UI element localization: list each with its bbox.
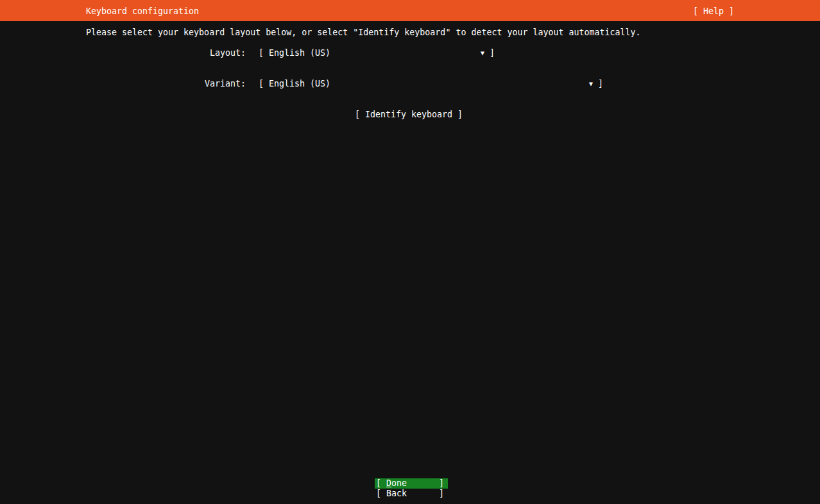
instruction-text: Please select your keyboard layout below… [86,28,641,38]
back-close-bracket: ] [439,489,444,499]
layout-label: Layout: [0,48,246,58]
done-open-bracket: [ [376,478,381,489]
chevron-down-icon: ▼ [589,79,593,89]
chevron-down-icon: ▼ [481,48,484,58]
title-bar: Keyboard configuration [ Help ] [0,0,820,21]
help-button[interactable]: [ Help ] [693,6,734,17]
page-title: Keyboard configuration [86,6,199,17]
variant-open-bracket: [ [259,79,264,89]
done-button[interactable]: [ Done ] [375,478,448,489]
identify-keyboard-button[interactable]: [ Identify keyboard ] [355,110,463,120]
back-button[interactable]: [ Back ] [375,489,448,499]
back-open-bracket: [ [376,489,381,499]
variant-close-bracket: ] [598,79,603,89]
variant-label: Variant: [0,79,246,89]
layout-close-bracket: ] [490,48,495,58]
back-button-label: Back [386,489,407,499]
done-close-bracket: ] [439,478,444,489]
layout-selected-value: English (US) [269,48,330,58]
variant-dropdown[interactable]: [ English (US) ▼ ] [259,79,603,89]
done-button-label: Done [386,478,407,489]
variant-selected-value: English (US) [269,79,330,89]
layout-open-bracket: [ [259,48,264,58]
layout-dropdown[interactable]: [ English (US) ▼ ] [259,48,495,58]
